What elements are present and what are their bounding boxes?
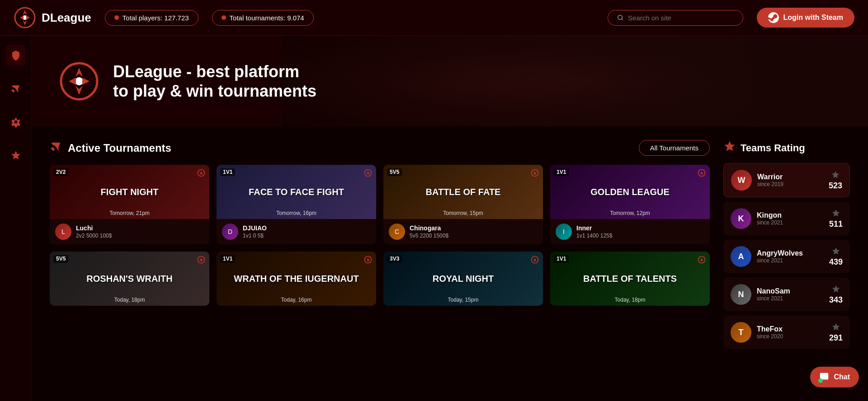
sword-title-icon	[50, 140, 62, 153]
search-input[interactable]	[628, 14, 734, 22]
sidebar-item-star[interactable]	[6, 145, 26, 165]
svg-line-3	[622, 19, 623, 20]
player-info: Luchi 2v2 5000 100$	[76, 224, 112, 239]
tournament-card[interactable]: 1v1 BATTLE OF TALENTS Today, 18pm	[550, 252, 710, 306]
download-icon	[363, 168, 373, 177]
card-footer: D DJUIAO 1v1 0 5$	[217, 219, 376, 244]
team-info: Kingon since 2021	[757, 211, 824, 226]
tournament-icon	[50, 140, 62, 156]
shield-icon	[10, 50, 21, 61]
card-time: Today, 18pm	[615, 297, 646, 303]
sidebar-item-gear[interactable]	[6, 112, 26, 132]
card-footer: C Chinogara 5v5 2200 1500$	[383, 219, 543, 244]
sidebar-item-sword[interactable]	[6, 79, 26, 98]
teams-rating-sidebar: Teams Rating W Warrior since 2019 523 K …	[723, 140, 850, 354]
team-star-icon[interactable]	[831, 247, 840, 256]
teams-rating-header: Teams Rating	[723, 140, 850, 156]
tournament-card[interactable]: 5v5 ROSHAN's WRAITH Today, 18pm	[50, 252, 209, 306]
team-star-icon[interactable]	[831, 209, 840, 218]
card-footer: L Luchi 2v2 5000 100$	[50, 219, 209, 244]
steam-icon	[768, 12, 779, 23]
player-stats: 2v2 5000 100$	[76, 233, 112, 239]
tournament-card[interactable]: 5v5 BATTLE OF FATE Tomorrow, 15pm C Chin…	[383, 165, 543, 244]
card-image: 1v1 WRATH OF THE IUGERNAUT Today, 16pm	[217, 252, 376, 306]
tournaments-title: Active Tournaments	[50, 140, 171, 156]
chat-online-indicator	[818, 378, 823, 383]
card-image: 1v1 Face to Face FIGHT Tomorrow, 16pm	[217, 165, 376, 219]
download-icon	[697, 168, 706, 177]
tournament-card[interactable]: 3v3 ROYAL NIGHT Today, 15pm	[383, 252, 543, 306]
tournament-card[interactable]: 2v2 FIGHT NIGHT Tomorrow, 21pm L Luchi 2…	[50, 165, 209, 244]
team-score: 511	[829, 219, 843, 229]
team-score: 343	[829, 295, 843, 305]
search-bar[interactable]	[608, 10, 743, 26]
card-badge: 1v1	[554, 255, 569, 263]
team-card[interactable]: K Kingon since 2021 511	[723, 202, 850, 235]
tournament-grid: 2v2 FIGHT NIGHT Tomorrow, 21pm L Luchi 2…	[50, 165, 710, 306]
team-name: NanoSam	[757, 287, 824, 295]
card-time: Today, 18pm	[114, 297, 145, 303]
team-name: Warrior	[757, 173, 823, 181]
team-card[interactable]: T TheFox since 2020 291	[723, 316, 850, 349]
team-since: since 2020	[757, 333, 824, 340]
team-card[interactable]: W Warrior since 2019 523	[723, 163, 850, 197]
card-badge: 2v2	[53, 168, 68, 176]
logo-text: DLeague	[42, 11, 91, 25]
team-rating-right: 343	[829, 284, 843, 305]
stat-players-label: Total players: 127.723	[123, 14, 189, 22]
card-image: 3v3 ROYAL NIGHT Today, 15pm	[383, 252, 543, 306]
team-score: 291	[829, 333, 843, 343]
sidebar-item-shield[interactable]	[6, 45, 26, 65]
teams-star-icon	[723, 140, 736, 156]
team-since: since 2019	[757, 181, 823, 187]
player-name: DJUIAO	[243, 224, 267, 232]
team-star-icon[interactable]	[831, 170, 840, 179]
team-card[interactable]: N NanoSam since 2021 343	[723, 278, 850, 311]
team-info: NanoSam since 2021	[757, 287, 824, 302]
team-avatar: W	[731, 170, 752, 191]
tournament-card[interactable]: 1v1 GOLDEN LEAGUE Tomorrow, 12pm I Inner…	[550, 165, 710, 244]
card-image: 1v1 GOLDEN LEAGUE Tomorrow, 12pm	[550, 165, 710, 219]
chat-button[interactable]: Chat	[810, 367, 859, 387]
gear-icon	[10, 117, 21, 127]
login-label: Login with Steam	[783, 14, 843, 22]
player-stats: 1v1 0 5$	[243, 233, 267, 239]
team-info: AngryWolves since 2021	[757, 249, 824, 264]
team-star-icon[interactable]	[831, 322, 840, 331]
team-rating-right: 511	[829, 209, 843, 229]
star-icon	[10, 150, 21, 161]
hero-logo-icon	[59, 61, 99, 102]
all-tournaments-button[interactable]: All Tournaments	[639, 140, 710, 156]
card-title: BATTLE OF TALENTS	[583, 274, 677, 284]
team-rating-right: 523	[829, 170, 842, 191]
card-image: 2v2 FIGHT NIGHT Tomorrow, 21pm	[50, 165, 209, 219]
svg-point-5	[75, 77, 83, 85]
card-badge: 1v1	[554, 168, 569, 176]
card-time: Tomorrow, 16pm	[276, 210, 316, 216]
sidebar	[0, 36, 32, 401]
team-info: Warrior since 2019	[757, 173, 823, 187]
search-icon	[617, 14, 623, 21]
stat-tournaments-label: Total tournaments: 9.074	[230, 14, 304, 22]
download-icon	[530, 255, 539, 264]
stat-players: Total players: 127.723	[105, 10, 198, 26]
team-card[interactable]: A AngryWolves since 2021 439	[723, 240, 850, 273]
card-badge: 1v1	[220, 168, 235, 176]
tournament-card[interactable]: 1v1 Face to Face FIGHT Tomorrow, 16pm D …	[217, 165, 376, 244]
tournament-card[interactable]: 1v1 WRATH OF THE IUGERNAUT Today, 16pm	[217, 252, 376, 306]
card-time: Tomorrow, 21pm	[109, 210, 150, 216]
sword-icon	[10, 83, 21, 94]
card-footer: I Inner 1v1 1400 125$	[550, 219, 710, 244]
team-star-icon[interactable]	[831, 284, 840, 294]
team-score: 439	[829, 257, 843, 267]
hero-title: DLeague - best platform to play & win to…	[113, 62, 316, 101]
players-dot	[114, 15, 119, 20]
rating-star-icon	[723, 140, 736, 153]
teams-list: W Warrior since 2019 523 K Kingon since …	[723, 163, 850, 349]
player-name: Inner	[576, 224, 612, 232]
login-button[interactable]: Login with Steam	[757, 8, 854, 28]
stat-tournaments: Total tournaments: 9.074	[212, 10, 314, 26]
hero-bg-overlay	[283, 36, 868, 126]
logo[interactable]: DLeague	[14, 6, 91, 29]
player-avatar: C	[389, 224, 405, 240]
